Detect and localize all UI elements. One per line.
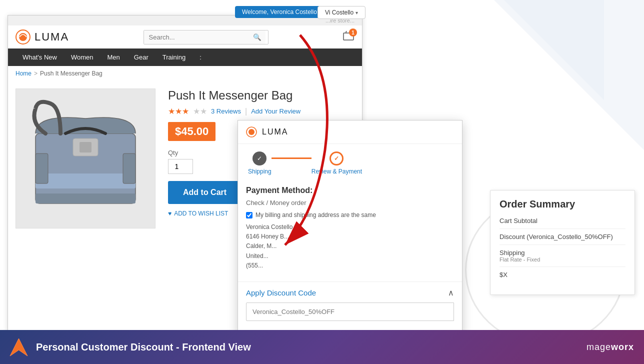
address-street: 6146 Honey B... (246, 233, 289, 240)
billing-same-label: My billing and shipping address are the … (256, 212, 376, 218)
checkout-body: Payment Method: Check / Money order My b… (238, 180, 462, 282)
step-payment-label[interactable]: Review & Payment (312, 168, 362, 175)
mageworx-bold: worx (611, 342, 634, 352)
billing-same-check: My billing and shipping address are the … (246, 212, 454, 218)
discount-label-row: Discount (Veronica_Costello_50%OFF) (500, 233, 613, 240)
product-title: Push It Messenger Bag (168, 88, 354, 102)
order-row-total: $X (500, 271, 626, 282)
discount-label: Apply Discount Code (246, 288, 316, 297)
total-label: $X (500, 271, 508, 278)
bottom-title: Personal Customer Discount - Frontend Vi… (36, 342, 251, 353)
step-payment: ✓ Review & Payment (312, 152, 362, 175)
order-row-discount: Discount (Veronica_Costello_50%OFF) (500, 233, 626, 245)
wishlist-label: ADD TO WISH LIST (174, 210, 228, 217)
breadcrumb-home[interactable]: Home (16, 70, 32, 77)
order-row-subtotal: Cart Subtotal (500, 217, 626, 229)
nav-women[interactable]: Women (64, 48, 100, 66)
search-bar: 🔍 (144, 30, 268, 44)
checkout-luma-icon (246, 126, 257, 138)
luma-logo: LUMA (16, 30, 69, 44)
search-input[interactable] (144, 30, 249, 44)
add-to-cart-button[interactable]: Add to Cart (168, 181, 242, 204)
checkout-modal: LUMA ✓ Shipping ✓ Review & Payment Payme… (238, 120, 462, 364)
shipping-label: Shipping (500, 249, 540, 256)
review-count[interactable]: 3 Reviews (211, 108, 241, 115)
mageworx-label: mageworx (586, 342, 634, 352)
nav-more[interactable]: : (192, 48, 208, 66)
order-summary-title: Order Summary (500, 198, 626, 210)
step-connector (272, 158, 312, 159)
cart-icon[interactable]: 1 (342, 31, 354, 43)
discount-toggle[interactable]: Apply Discount Code ∧ (246, 288, 454, 298)
product-image (16, 88, 156, 228)
svg-rect-4 (36, 174, 136, 188)
address-block: Veronica Costello 6146 Honey B... Calder… (246, 222, 454, 270)
luma-logo-icon (16, 30, 30, 44)
review-separator: | (245, 107, 247, 116)
search-button[interactable]: 🔍 (249, 30, 266, 44)
payment-method-title: Payment Method: (246, 186, 454, 195)
user-greeting-bubble: Welcome, Veronica Costello! (235, 6, 326, 18)
breadcrumb-separator: > (34, 70, 38, 77)
product-reviews: ★★★ ★★ 3 Reviews | Add Your Review (168, 106, 354, 116)
discount-section: Apply Discount Code ∧ (238, 282, 462, 327)
svg-marker-13 (10, 338, 28, 356)
store-nav: What's New Women Men Gear Training : (8, 48, 362, 66)
heart-icon: ♥ (168, 210, 172, 217)
discount-code-input[interactable] (246, 302, 454, 321)
bg-decoration-2 (504, 0, 604, 100)
address-name: Veronica Costello (246, 224, 292, 230)
stars-empty: ★★ (193, 106, 207, 116)
svg-rect-8 (36, 154, 48, 184)
user-dropdown-button[interactable]: Vi Costello ▾ (318, 6, 366, 19)
dropdown-arrow-icon: ▾ (356, 10, 358, 16)
step-shipping: ✓ Shipping (248, 152, 272, 175)
add-review-link[interactable]: Add Your Review (251, 108, 300, 115)
breadcrumb: Home > Push It Messenger Bag (8, 66, 362, 81)
svg-rect-7 (36, 194, 136, 204)
stars-filled: ★★★ (168, 106, 189, 116)
step-shipping-label[interactable]: Shipping (248, 168, 272, 175)
product-price: $45.00 (168, 122, 216, 141)
bottom-left: Personal Customer Discount - Frontend Vi… (8, 336, 251, 358)
address-phone: (555... (246, 262, 263, 269)
shipping-sub: Flat Rate - Fixed (500, 256, 540, 262)
nav-men[interactable]: Men (100, 48, 127, 66)
order-summary-panel: Order Summary Cart Subtotal Discount (Ve… (490, 190, 635, 295)
svg-point-12 (248, 129, 254, 135)
step-payment-circle: ✓ (330, 152, 344, 166)
user-name: Vi Costello (325, 9, 354, 16)
mageworx-x-icon (8, 336, 30, 358)
store-logo-bar: LUMA 🔍 1 (8, 26, 362, 48)
payment-option: Check / Money order (246, 199, 454, 206)
address-city: Calder, M... (246, 242, 276, 250)
nav-training[interactable]: Training (156, 48, 192, 66)
svg-rect-9 (123, 154, 136, 184)
discount-chevron-icon: ∧ (448, 288, 454, 298)
cart-badge: 1 (349, 28, 357, 36)
discount-input-row (246, 302, 454, 321)
breadcrumb-current: Push It Messenger Bag (40, 70, 102, 77)
svg-rect-6 (80, 142, 92, 152)
bottom-bar: Personal Customer Discount - Frontend Vi… (0, 330, 644, 364)
step-shipping-circle: ✓ (252, 152, 266, 166)
subtotal-label: Cart Subtotal (500, 217, 538, 224)
address-country: United... (246, 252, 268, 260)
nav-gear[interactable]: Gear (127, 48, 156, 66)
checkout-header: LUMA (238, 120, 462, 144)
checkout-steps: ✓ Shipping ✓ Review & Payment (238, 144, 462, 180)
billing-same-checkbox[interactable] (246, 212, 252, 218)
luma-text: LUMA (34, 30, 69, 44)
order-row-shipping: Shipping Flat Rate - Fixed (500, 249, 626, 267)
nav-whats-new[interactable]: What's New (16, 48, 64, 66)
bag-svg (20, 94, 150, 224)
qty-input[interactable] (168, 159, 193, 174)
checkout-luma-text: LUMA (262, 128, 288, 136)
mageworx-logo: mageworx (586, 342, 634, 352)
